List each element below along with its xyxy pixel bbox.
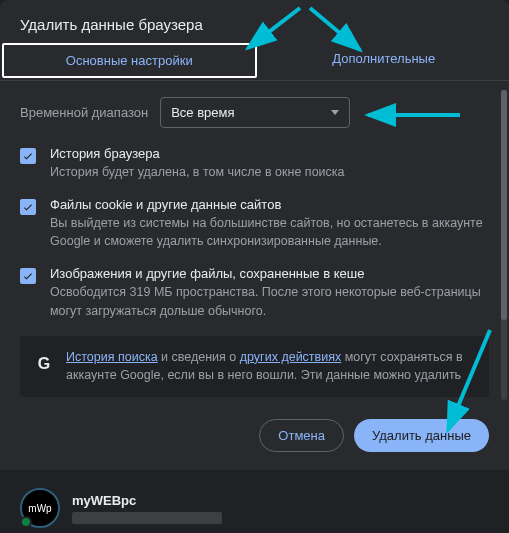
chevron-down-icon: [331, 110, 339, 115]
profile-section: mWp myWEBpc: [0, 470, 509, 528]
tab-basic[interactable]: Основные настройки: [2, 43, 257, 78]
info-text: История поиска и сведения о других дейст…: [66, 348, 475, 386]
avatar[interactable]: mWp: [20, 488, 60, 528]
link-search-history[interactable]: История поиска: [66, 350, 158, 364]
dialog-body: Временной диапазон Все время История бра…: [0, 81, 509, 405]
profile-email-redacted: [72, 512, 222, 524]
checkbox-cookies[interactable]: [20, 199, 36, 215]
tabs: Основные настройки Дополнительные: [0, 41, 509, 81]
option-subtitle: Вы выйдете из системы на большинстве сай…: [50, 214, 489, 250]
option-subtitle: История будет удалена, в том числе в окн…: [50, 163, 345, 181]
option-subtitle: Освободится 319 МБ пространства. После э…: [50, 283, 489, 319]
option-history: История браузера История будет удалена, …: [20, 146, 489, 181]
option-title: Файлы cookie и другие данные сайтов: [50, 197, 489, 212]
tab-advanced[interactable]: Дополнительные: [259, 41, 510, 80]
check-icon: [22, 201, 34, 213]
option-cookies: Файлы cookie и другие данные сайтов Вы в…: [20, 197, 489, 250]
option-cache: Изображения и другие файлы, сохраненные …: [20, 266, 489, 319]
dialog-actions: Отмена Удалить данные: [0, 405, 509, 470]
scroll-thumb[interactable]: [501, 90, 507, 320]
delete-data-button[interactable]: Удалить данные: [354, 419, 489, 452]
check-icon: [22, 150, 34, 162]
time-range-label: Временной диапазон: [20, 105, 148, 120]
option-title: История браузера: [50, 146, 345, 161]
clear-data-dialog: Удалить данные браузера Основные настрой…: [0, 0, 509, 470]
google-icon: G: [34, 354, 54, 374]
time-range-value: Все время: [171, 105, 234, 120]
checkbox-history[interactable]: [20, 148, 36, 164]
time-range-select[interactable]: Все время: [160, 97, 350, 128]
check-icon: [22, 270, 34, 282]
link-other-activity[interactable]: других действиях: [240, 350, 341, 364]
profile-name: myWEBpc: [72, 493, 222, 508]
google-info-box: G История поиска и сведения о других дей…: [20, 336, 489, 398]
option-title: Изображения и другие файлы, сохраненные …: [50, 266, 489, 281]
scrollbar[interactable]: [501, 90, 507, 400]
cancel-button[interactable]: Отмена: [259, 419, 344, 452]
dialog-title: Удалить данные браузера: [0, 0, 509, 41]
checkbox-cache[interactable]: [20, 268, 36, 284]
sync-badge-icon: [20, 516, 32, 528]
